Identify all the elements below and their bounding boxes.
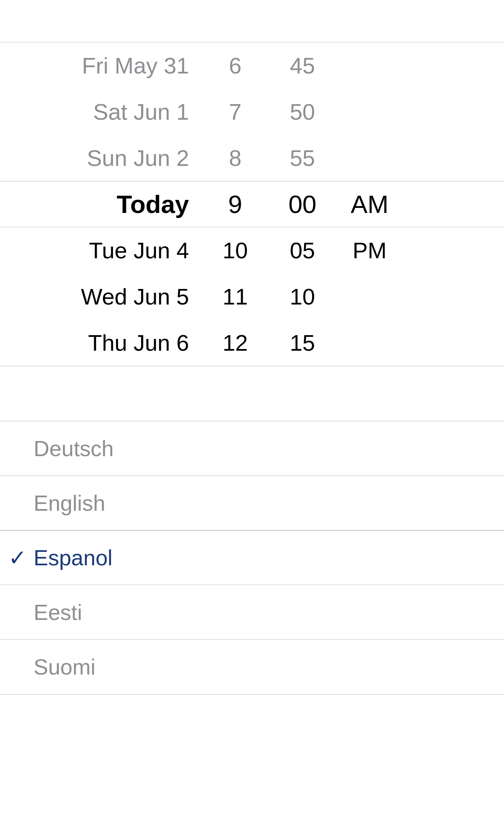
picker-min-wed-jun-5: 10 <box>269 284 336 310</box>
picker-date-tue-jun-4: Tue Jun 4 <box>0 237 202 263</box>
lang-label-english: English <box>34 491 105 516</box>
lang-label-deutsch: Deutsch <box>34 436 114 461</box>
picker-row-sat-jun-1[interactable]: Sat Jun 1750 <box>0 89 504 135</box>
picker-min-tue-jun-4: 05 <box>269 237 336 263</box>
lang-label-espanol: Espanol <box>34 545 113 570</box>
picker-row-fri-may-31[interactable]: Fri May 31645 <box>0 42 504 89</box>
picker-hour-fri-may-31: 6 <box>202 52 269 79</box>
lang-label-suomi: Suomi <box>34 654 95 680</box>
picker-date-thu-jun-6: Thu Jun 6 <box>0 330 202 356</box>
picker-date-fri-may-31: Fri May 31 <box>0 52 202 79</box>
picker-min-sat-jun-1: 50 <box>269 99 336 125</box>
picker-row-wed-jun-5[interactable]: Wed Jun 51110 <box>0 273 504 320</box>
picker-hour-tue-jun-4: 10 <box>202 237 269 263</box>
picker-ampm-today: AM <box>336 190 403 219</box>
date-time-picker[interactable]: Fri May 31645Sat Jun 1750Sun Jun 2855Tod… <box>0 42 504 366</box>
picker-hour-sat-jun-1: 7 <box>202 99 269 125</box>
picker-min-thu-jun-6: 15 <box>269 330 336 356</box>
picker-date-sat-jun-1: Sat Jun 1 <box>0 99 202 125</box>
picker-date-today: Today <box>0 190 202 219</box>
picker-row-today[interactable]: Today900AM <box>0 181 504 227</box>
picker-min-today: 00 <box>269 190 336 219</box>
picker-hour-thu-jun-6: 12 <box>202 330 269 356</box>
lang-item-english[interactable]: English <box>0 476 504 530</box>
picker-hour-today: 9 <box>202 190 269 219</box>
picker-row-tue-jun-4[interactable]: Tue Jun 41005PM <box>0 227 504 273</box>
picker-hour-sun-jun-2: 8 <box>202 145 269 171</box>
lang-item-deutsch[interactable]: Deutsch <box>0 421 504 476</box>
lang-item-suomi[interactable]: Suomi <box>0 640 504 694</box>
picker-ampm-tue-jun-4: PM <box>336 237 403 263</box>
picker-row-thu-jun-6[interactable]: Thu Jun 61215 <box>0 320 504 366</box>
lang-label-eesti: Eesti <box>34 600 82 625</box>
picker-date-wed-jun-5: Wed Jun 5 <box>0 284 202 310</box>
picker-date-sun-jun-2: Sun Jun 2 <box>0 145 202 171</box>
lang-item-espanol[interactable]: ✓Espanol <box>0 530 504 585</box>
picker-row-sun-jun-2[interactable]: Sun Jun 2855 <box>0 135 504 181</box>
picker-hour-wed-jun-5: 11 <box>202 284 269 310</box>
picker-min-fri-may-31: 45 <box>269 52 336 79</box>
checkmark-icon: ✓ <box>8 545 27 570</box>
lang-item-eesti[interactable]: Eesti <box>0 585 504 640</box>
picker-min-sun-jun-2: 55 <box>269 145 336 171</box>
language-list: DeutschEnglish✓EspanolEestiSuomi <box>0 421 504 695</box>
